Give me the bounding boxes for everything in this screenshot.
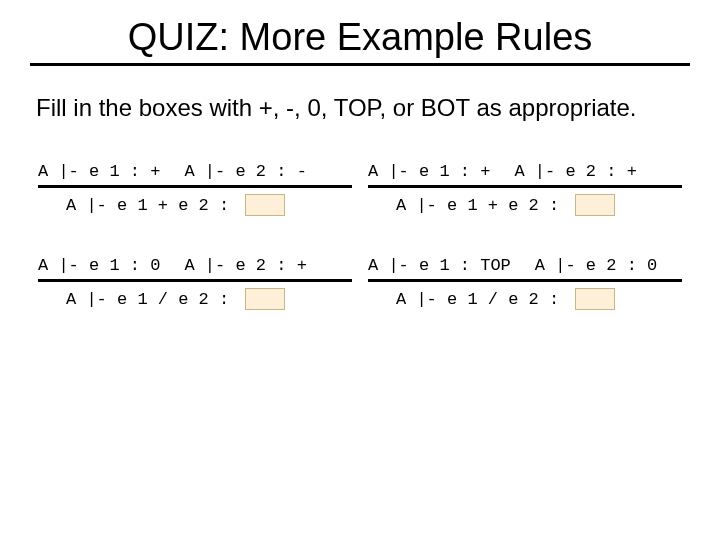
inference-line	[368, 279, 682, 282]
premises: A |- e 1 : TOP A |- e 2 : 0	[368, 256, 682, 275]
rules-grid: A |- e 1 : + A |- e 2 : - A |- e 1 + e 2…	[30, 162, 690, 350]
premise-1: A |- e 1 : TOP	[368, 256, 511, 275]
premises: A |- e 1 : + A |- e 2 : +	[368, 162, 682, 181]
conclusion: A |- e 1 / e 2 :	[368, 288, 682, 310]
conclusion: A |- e 1 + e 2 :	[38, 194, 352, 216]
inference-line	[368, 185, 682, 188]
rule-cell: A |- e 1 : 0 A |- e 2 : + A |- e 1 / e 2…	[30, 256, 360, 350]
answer-box[interactable]	[245, 194, 285, 216]
slide: QUIZ: More Example Rules Fill in the box…	[0, 0, 720, 540]
premise-2: A |- e 2 : +	[514, 162, 636, 181]
conclusion-text: A |- e 1 / e 2 :	[66, 290, 239, 309]
premise-2: A |- e 2 : 0	[535, 256, 657, 275]
conclusion-text: A |- e 1 + e 2 :	[396, 196, 569, 215]
answer-box[interactable]	[245, 288, 285, 310]
conclusion-text: A |- e 1 / e 2 :	[396, 290, 569, 309]
conclusion-text: A |- e 1 + e 2 :	[66, 196, 239, 215]
premise-1: A |- e 1 : 0	[38, 256, 160, 275]
premise-1: A |- e 1 : +	[38, 162, 160, 181]
title-underline	[30, 63, 690, 66]
conclusion: A |- e 1 + e 2 :	[368, 194, 682, 216]
premise-2: A |- e 2 : +	[184, 256, 306, 275]
inference-line	[38, 279, 352, 282]
premises: A |- e 1 : 0 A |- e 2 : +	[38, 256, 352, 275]
premise-1: A |- e 1 : +	[368, 162, 490, 181]
instructions-text: Fill in the boxes with +, -, 0, TOP, or …	[36, 94, 690, 122]
rule-cell: A |- e 1 : TOP A |- e 2 : 0 A |- e 1 / e…	[360, 256, 690, 350]
conclusion: A |- e 1 / e 2 :	[38, 288, 352, 310]
answer-box[interactable]	[575, 288, 615, 310]
premise-2: A |- e 2 : -	[184, 162, 306, 181]
rule-cell: A |- e 1 : + A |- e 2 : + A |- e 1 + e 2…	[360, 162, 690, 256]
slide-title: QUIZ: More Example Rules	[30, 16, 690, 59]
answer-box[interactable]	[575, 194, 615, 216]
rule-cell: A |- e 1 : + A |- e 2 : - A |- e 1 + e 2…	[30, 162, 360, 256]
inference-line	[38, 185, 352, 188]
premises: A |- e 1 : + A |- e 2 : -	[38, 162, 352, 181]
